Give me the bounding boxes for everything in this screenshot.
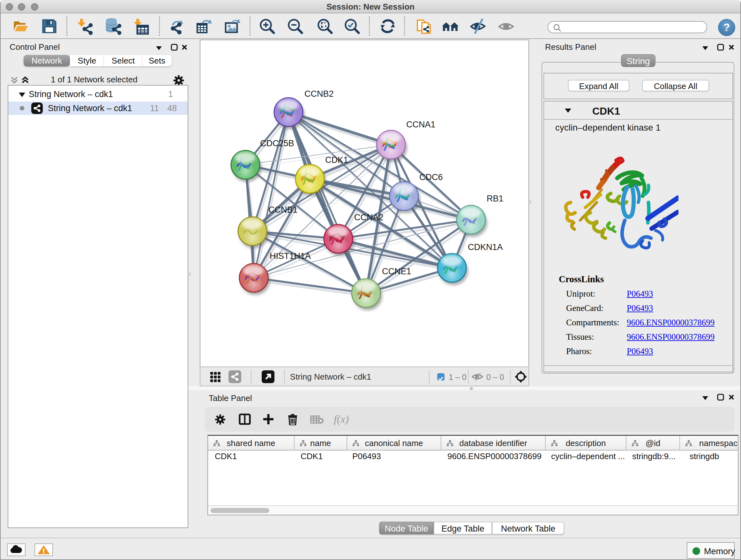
svg-text:CCNE1: CCNE1 <box>382 266 411 276</box>
svg-text:HIST1H1A: HIST1H1A <box>270 251 311 261</box>
svg-text:CCNA1: CCNA1 <box>406 120 435 129</box>
svg-text:RB1: RB1 <box>487 194 503 203</box>
svg-text:CDC25B: CDC25B <box>260 138 294 148</box>
svg-text:CCNB1: CCNB1 <box>268 205 298 214</box>
svg-text:CCNA2: CCNA2 <box>354 212 384 222</box>
svg-text:CDK1: CDK1 <box>325 155 348 165</box>
svg-text:CDKN1A: CDKN1A <box>468 242 503 252</box>
svg-text:CDC6: CDC6 <box>419 172 443 182</box>
svg-text:CCNB2: CCNB2 <box>305 89 334 99</box>
